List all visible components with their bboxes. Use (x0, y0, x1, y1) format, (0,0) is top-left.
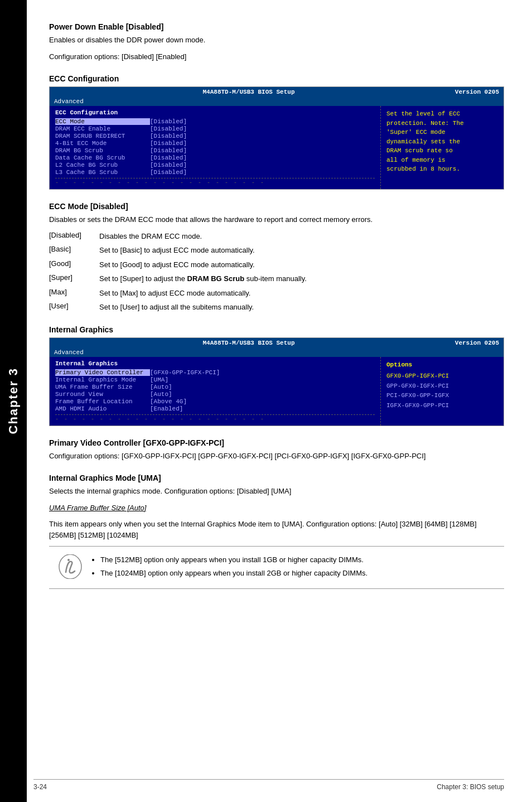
ecc-configuration-title: ECC Configuration (49, 74, 504, 83)
section-power-down-enable: Power Down Enable [Disabled] Enables or … (49, 22, 504, 62)
bios-row-5-value: [Disabled] (150, 154, 187, 161)
bios-ecc-header-title: M4A88TD-M/USB3 BIOS Setup (54, 89, 443, 95)
bios-row-2: DRAM SCRUB REDIRECT [Disabled] (55, 133, 375, 139)
bios-row-3: 4-Bit ECC Mode [Disabled] (55, 140, 375, 147)
bios-ecc-section-title: ECC Configuration (55, 109, 375, 116)
power-down-enable-p2: Configuration options: [Disabled] [Enabl… (49, 51, 504, 62)
main-content: Power Down Enable [Disabled] Enables or … (27, 0, 532, 802)
primary-video-desc: Configuration options: [GFX0-GPP-IGFX-PC… (49, 451, 504, 462)
section-ecc-configuration: ECC Configuration M4A88TD-M/USB3 BIOS Se… (49, 74, 504, 190)
bios-g-row-3-label: Surround View (55, 391, 150, 398)
page: Chapter 3 Power Down Enable [Disabled] E… (0, 0, 532, 802)
note-box: The [512MB] option only appears when you… (49, 546, 504, 589)
bios-graphics-body: Internal Graphics Primary Video Controll… (50, 357, 504, 426)
def-term-super: [Super] (49, 273, 99, 282)
bios-graphics-header: M4A88TD-M/USB3 BIOS Setup Version 0205 (50, 338, 504, 348)
bios-ecc-left: ECC Configuration ECC Mode [Disabled] DR… (50, 106, 381, 189)
def-term-max: [Max] (49, 288, 99, 296)
bios-g-row-1-value: [UMA] (150, 376, 168, 383)
def-row-user: [User] Set to [User] to adjust all the s… (49, 302, 504, 313)
bios-g-row-2: UMA Frame Buffer Size [Auto] (55, 384, 375, 390)
def-row-disabled: [Disabled] Disables the DRAM ECC mode. (49, 231, 504, 242)
ecc-def-list: [Disabled] Disables the DRAM ECC mode. [… (49, 231, 504, 313)
bios-dashes-bottom: - - - - - - - - - - - - - - - - - - - - … (55, 178, 375, 186)
bios-graphics-dashes-bottom: - - - - - - - - - - - - - - - - - - - - … (55, 414, 375, 422)
bios-ecc-header: M4A88TD-M/USB3 BIOS Setup Version 0205 (50, 87, 504, 97)
bios-row-1-label: DRAM ECC Enable (55, 125, 150, 132)
bios-ecc-right-text: Set the level of ECC protection. Note: T… (386, 109, 498, 174)
bios-row-7-label: L3 Cache BG Scrub (55, 169, 150, 176)
bios-option-0: GFX0-GPP-IGFX-PCI (386, 371, 498, 381)
def-row-basic: [Basic] Set to [Basic] to adjust ECC mod… (49, 245, 504, 256)
bios-row-7-value: [Disabled] (150, 169, 187, 176)
bios-row-4-value: [Disabled] (150, 147, 187, 154)
bios-graphics-subheader-text: Advanced (54, 349, 84, 356)
bios-g-row-5: AMD HDMI Audio [Enabled] (55, 405, 375, 412)
bios-row-0-value: [Disabled] (150, 118, 187, 125)
internal-graphics-mode-title: Internal Graphics Mode [UMA] (49, 474, 504, 482)
bios-g-row-4-value: [Above 4G] (150, 398, 187, 405)
bios-ecc-subheader: Advanced (50, 97, 504, 106)
dram-bg-scrub-bold: DRAM BG Scrub (187, 274, 245, 283)
bios-row-2-value: [Disabled] (150, 133, 187, 139)
def-desc-super: Set to [Super] to adjust the DRAM BG Scr… (99, 273, 504, 284)
bios-g-row-3: Surround View [Auto] (55, 391, 375, 398)
bios-graphics-section-title: Internal Graphics (55, 360, 375, 367)
bios-row-7: L3 Cache BG Scrub [Disabled] (55, 169, 375, 176)
def-row-max: [Max] Set to [Max] to adjust ECC mode au… (49, 288, 504, 299)
bios-row-5-label: Data Cache BG Scrub (55, 154, 150, 161)
power-down-enable-p1: Enables or disables the DDR power down m… (49, 35, 504, 46)
section-internal-graphics-mode: Internal Graphics Mode [UMA] Selects the… (49, 474, 504, 589)
ecc-mode-title: ECC Mode [Disabled] (49, 202, 504, 211)
footer-left: 3-24 (33, 783, 47, 791)
bios-row-6-value: [Disabled] (150, 162, 187, 168)
bios-graphics-box: M4A88TD-M/USB3 BIOS Setup Version 0205 A… (49, 337, 504, 426)
bios-ecc-body: ECC Configuration ECC Mode [Disabled] DR… (50, 106, 504, 189)
bios-g-row-5-value: [Enabled] (150, 405, 183, 412)
bios-graphics-right: Options GFX0-GPP-IGFX-PCI GPP-GFX0-IGFX-… (381, 357, 504, 426)
def-term-good: [Good] (49, 259, 99, 268)
def-desc-user: Set to [User] to adjust all the subitems… (99, 302, 504, 313)
uma-frame-buffer-desc: This item appears only when you set the … (49, 519, 504, 540)
bios-graphics-header-version: Version 0205 (443, 340, 499, 346)
bios-g-row-3-value: [Auto] (150, 391, 172, 398)
def-desc-good: Set to [Good] to adjust ECC mode automat… (99, 259, 504, 270)
def-row-good: [Good] Set to [Good] to adjust ECC mode … (49, 259, 504, 270)
internal-graphics-mode-desc: Selects the internal graphics mode. Conf… (49, 486, 504, 497)
footer: 3-24 Chapter 3: BIOS setup (33, 779, 504, 791)
bios-graphics-subheader: Advanced (50, 348, 504, 357)
section-primary-video: Primary Video Controller [GFX0-GPP-IGFX-… (49, 438, 504, 462)
primary-video-title: Primary Video Controller [GFX0-GPP-IGFX-… (49, 438, 504, 447)
note-icon (58, 554, 83, 579)
internal-graphics-title: Internal Graphics (49, 325, 504, 334)
def-desc-max: Set to [Max] to adjust ECC mode automati… (99, 288, 504, 299)
bios-g-row-4-label: Frame Buffer Location (55, 398, 150, 405)
bios-row-3-value: [Disabled] (150, 140, 187, 147)
bios-g-row-4: Frame Buffer Location [Above 4G] (55, 398, 375, 405)
bios-g-row-2-label: UMA Frame Buffer Size (55, 384, 150, 390)
def-row-super: [Super] Set to [Super] to adjust the DRA… (49, 273, 504, 284)
bios-g-row-1-label: Internal Graphics Mode (55, 376, 150, 383)
bios-row-6-label: L2 Cache BG Scrub (55, 162, 150, 168)
power-down-enable-title: Power Down Enable [Disabled] (49, 22, 504, 31)
bios-ecc-subheader-text: Advanced (54, 98, 84, 105)
bios-ecc-right: Set the level of ECC protection. Note: T… (381, 106, 504, 189)
bios-g-row-1: Internal Graphics Mode [UMA] (55, 376, 375, 383)
sidebar: Chapter 3 (0, 0, 27, 802)
ecc-mode-desc: Disables or sets the DRAM ECC mode that … (49, 214, 504, 225)
note-list: The [512MB] option only appears when you… (90, 554, 495, 578)
bios-graphics-header-title: M4A88TD-M/USB3 BIOS Setup (54, 340, 443, 346)
bios-graphics-left: Internal Graphics Primary Video Controll… (50, 357, 381, 426)
bios-row-4: DRAM BG Scrub [Disabled] (55, 147, 375, 154)
bios-option-1: GPP-GFX0-IGFX-PCI (386, 381, 498, 392)
bios-options-title: Options (386, 360, 498, 370)
bios-ecc-header-version: Version 0205 (443, 89, 499, 95)
footer-right: Chapter 3: BIOS setup (437, 783, 504, 791)
note-item-1: The [1024MB] option only appears when yo… (100, 568, 495, 579)
def-term-disabled: [Disabled] (49, 231, 99, 239)
bios-row-3-label: 4-Bit ECC Mode (55, 140, 150, 147)
bios-row-1-value: [Disabled] (150, 125, 187, 132)
bios-row-0-label: ECC Mode (55, 118, 150, 125)
note-item-0: The [512MB] option only appears when you… (100, 554, 495, 566)
bios-g-row-0: Primary Video Controller [GFX0-GPP-IGFX-… (55, 369, 375, 376)
